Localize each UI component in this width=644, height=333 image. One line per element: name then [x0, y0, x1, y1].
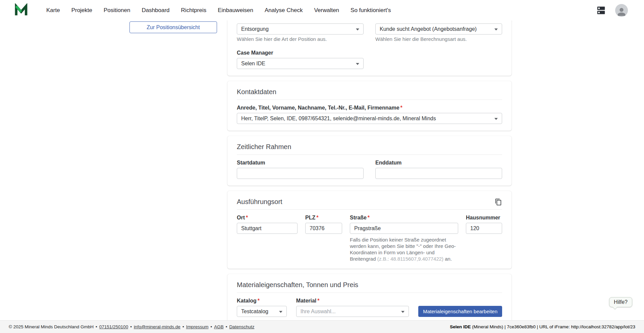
chevron-down-icon — [356, 63, 359, 65]
section-title-zeitlicher-rahmen: Zeitlicher Rahmen — [237, 143, 502, 151]
card-kontaktdaten: Kontaktdaten Anrede, Titel, Vorname, Nac… — [227, 81, 512, 131]
plz-label: PLZ* — [305, 214, 342, 221]
contact-select[interactable]: Herr, TitelP, Selen, IDE, 0987/654321, s… — [237, 113, 502, 124]
nav-item-richtpreis[interactable]: Richtpreis — [181, 7, 207, 14]
footer: © 2025 Mineral Minds Deutschland GmbH • … — [0, 320, 644, 333]
footer-email-link[interactable]: info@mineral-minds.de — [134, 324, 180, 329]
nav-item-karte[interactable]: Karte — [46, 7, 60, 14]
enddatum-label: Enddatum — [375, 159, 502, 166]
footer-phone-link[interactable]: 07151/250100 — [99, 324, 128, 329]
case-manager-label: Case Manager — [237, 50, 364, 56]
footer-separator: • — [210, 324, 212, 329]
mineral-minds-logo[interactable] — [14, 3, 28, 17]
footer-separator: • — [130, 324, 132, 329]
footer-impressum-link[interactable]: Impressum — [186, 324, 209, 329]
material-select[interactable]: Ihre Auswahl... — [296, 306, 409, 317]
footer-agb-link[interactable]: AGB — [214, 324, 224, 329]
calculation-type-value: Kunde sucht Angebot (Angebotsanfrage) — [380, 26, 477, 32]
divider — [237, 154, 502, 155]
footer-separator: • — [96, 324, 97, 329]
divider — [237, 292, 502, 293]
position-type-helper: Wählen Sie hier die Art der Position aus… — [237, 36, 364, 42]
case-manager-value: Selen IDE — [241, 61, 265, 67]
ort-label: Ort* — [237, 214, 298, 221]
contact-label: Anrede, Titel, Vorname, Nachname, Tel.-N… — [237, 105, 502, 111]
footer-separator: • — [226, 324, 227, 329]
position-type-value: Entsorgung — [241, 26, 269, 32]
form-column: Entsorgung Wählen Sie hier die Art der P… — [227, 0, 512, 333]
case-manager-select[interactable]: Selen IDE — [237, 58, 364, 69]
footer-separator: • — [182, 324, 184, 329]
header-actions — [595, 4, 628, 17]
card-position-type: Entsorgung Wählen Sie hier die Art der P… — [227, 14, 512, 76]
section-title-ausfuehrungsort: Ausführungsort — [237, 198, 502, 206]
required-asterisk: * — [316, 215, 318, 220]
nav-item-dashboard[interactable]: Dashboard — [142, 7, 169, 14]
top-nav-bar: Karte Projekte Positionen Dashboard Rich… — [0, 0, 644, 20]
calculation-type-helper: Wählen Sie hier die Berechnungsart aus. — [375, 36, 502, 42]
footer-user-name: Selen IDE — [450, 324, 471, 329]
nav-item-projekte[interactable]: Projekte — [71, 7, 92, 14]
nav-item-positionen[interactable]: Positionen — [104, 7, 130, 14]
card-zeitlicher-rahmen: Zeitlicher Rahmen Startdatum Enddatum — [227, 136, 512, 186]
plz-input[interactable] — [305, 223, 342, 234]
strasse-input[interactable] — [350, 223, 458, 234]
section-title-material: Materialeigenschaften, Tonnen und Preis — [237, 281, 502, 289]
footer-session-info: Selen IDE (Mineral Minds) | 7ce360e83fb0… — [450, 324, 635, 329]
required-asterisk: * — [317, 298, 319, 304]
card-ausfuehrungsort: Ausführungsort Ort* PLZ* Straße* Falls d… — [227, 191, 512, 269]
material-label: Material* — [296, 297, 409, 304]
ort-input[interactable] — [237, 223, 298, 234]
startdatum-label: Startdatum — [237, 159, 364, 166]
strasse-label-text: Straße — [350, 215, 367, 220]
divider — [237, 209, 502, 210]
nav-item-analyse-check[interactable]: Analyse Check — [265, 7, 303, 14]
back-to-positions-button[interactable]: Zur Positionsübersicht — [129, 21, 217, 33]
material-placeholder: Ihre Auswahl... — [301, 309, 336, 315]
copy-icon[interactable] — [494, 198, 503, 206]
katalog-value: Testcatalog — [241, 309, 268, 315]
chevron-down-icon — [494, 118, 498, 120]
katalog-label: Katalog* — [237, 297, 287, 304]
plz-label-text: PLZ — [305, 215, 315, 220]
startdatum-input[interactable] — [237, 168, 364, 179]
required-asterisk: * — [258, 298, 260, 304]
server-icon[interactable] — [595, 4, 607, 16]
divider — [237, 99, 502, 100]
footer-copyright: © 2025 Mineral Minds Deutschland GmbH — [9, 324, 94, 329]
user-avatar[interactable] — [615, 4, 628, 17]
hausnummer-input[interactable] — [466, 223, 502, 234]
chevron-down-icon — [356, 28, 359, 30]
nav-item-so-funktionierts[interactable]: So funktioniert's — [351, 7, 391, 14]
katalog-select[interactable]: Testcatalog — [237, 306, 287, 317]
strasse-helper-text: Falls die Position keiner Straße zugeord… — [350, 237, 458, 262]
chevron-down-icon — [494, 28, 498, 30]
contact-label-text: Anrede, Titel, Vorname, Nachname, Tel.-N… — [237, 105, 399, 111]
main-nav: Karte Projekte Positionen Dashboard Rich… — [46, 7, 391, 14]
strasse-helper-example: (z.B.: 48.8115607,9.4077422) — [377, 256, 443, 262]
footer-session-details: (Mineral Minds) | 7ce360e83fb0 | URL of … — [471, 324, 635, 329]
person-icon — [616, 7, 627, 17]
strasse-helper-post: an. — [443, 256, 452, 262]
logo-icon — [14, 3, 28, 17]
footer-datenschutz-link[interactable]: Datenschutz — [229, 324, 254, 329]
enddatum-input[interactable] — [375, 168, 502, 179]
chevron-down-icon — [279, 311, 282, 313]
footer-left: © 2025 Mineral Minds Deutschland GmbH • … — [9, 324, 254, 329]
position-type-select[interactable]: Entsorgung — [237, 23, 364, 35]
required-asterisk: * — [368, 215, 370, 220]
katalog-label-text: Katalog — [237, 298, 257, 304]
required-asterisk: * — [246, 215, 248, 220]
section-title-kontaktdaten: Kontaktdaten — [237, 88, 502, 96]
help-button[interactable]: Hilfe? — [609, 297, 632, 307]
nav-item-einbauweisen[interactable]: Einbauweisen — [218, 7, 253, 14]
material-label-text: Material — [296, 298, 316, 304]
edit-material-properties-button[interactable]: Materialeigenschaften bearbeiten — [418, 306, 502, 317]
hausnummer-label: Hausnummer — [466, 214, 502, 221]
calculation-type-select[interactable]: Kunde sucht Angebot (Angebotsanfrage) — [375, 23, 502, 35]
ort-label-text: Ort — [237, 215, 245, 220]
nav-item-verwalten[interactable]: Verwalten — [314, 7, 339, 14]
contact-value: Herr, TitelP, Selen, IDE, 0987/654321, s… — [241, 116, 436, 122]
strasse-label: Straße* — [350, 214, 458, 221]
required-asterisk: * — [400, 105, 402, 111]
